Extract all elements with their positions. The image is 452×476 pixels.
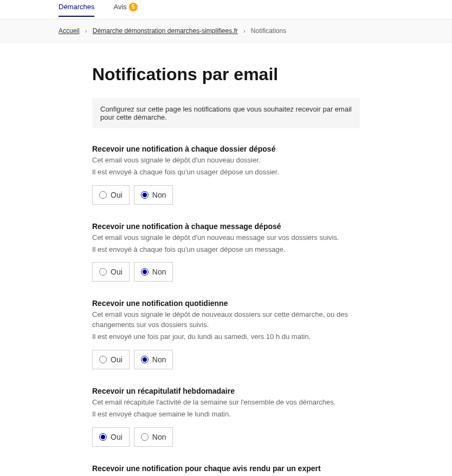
radio-label-oui: Oui [111, 268, 122, 276]
tab-demarches-label: Démarches [59, 3, 94, 11]
breadcrumb: Accueil › Démarche démonstration demarch… [0, 19, 452, 43]
field-group: Recevoir une notification quotidienneCet… [92, 299, 360, 369]
tab-demarches[interactable]: Démarches [59, 3, 94, 16]
field-title: Recevoir une notification quotidienne [92, 299, 360, 308]
chevron-right-icon: › [85, 28, 87, 34]
radio-label-oui: Oui [111, 355, 122, 364]
field-title: Recevoir une notification à chaque messa… [92, 222, 360, 231]
field-group: Recevoir une notification à chaque dossi… [92, 145, 360, 205]
chevron-right-icon: › [243, 28, 245, 34]
tab-avis[interactable]: Avis 5 [113, 3, 137, 17]
radio-oui[interactable] [99, 433, 107, 441]
field-desc: Il est envoyé une fois par jour, du lund… [92, 332, 360, 342]
field-desc: Cet email vous signale le dépôt d'un nou… [92, 155, 360, 166]
field-desc: Il est envoyé à chaque fois qu'un usager… [92, 245, 360, 255]
field-title: Recevoir un récapitulatif hebdomadaire [92, 387, 360, 395]
radio-non[interactable] [141, 268, 148, 276]
field-desc: Il est envoyé chaque semaine le lundi ma… [92, 409, 360, 420]
avis-badge: 5 [129, 3, 138, 11]
radio-option-non[interactable]: Non [134, 262, 173, 282]
page-title: Notifications par email [92, 64, 360, 84]
radio-row: OuiNon [92, 350, 360, 369]
breadcrumb-demarche[interactable]: Démarche démonstration demarches-simplif… [93, 27, 238, 35]
radio-label-oui: Oui [111, 433, 122, 441]
radio-label-non: Non [152, 433, 166, 441]
content: Notifications par email Configurez sur c… [0, 43, 452, 476]
radio-option-non[interactable]: Non [134, 350, 173, 369]
radio-non[interactable] [141, 191, 148, 199]
radio-label-oui: Oui [111, 191, 122, 199]
field-title: Recevoir une notification à chaque dossi… [92, 145, 360, 153]
field-title: Recevoir une notification pour chaque av… [92, 464, 360, 473]
breadcrumb-current: Notifications [251, 27, 286, 35]
radio-row: OuiNon [92, 262, 360, 282]
field-desc: Il est envoyé à chaque fois qu'un usager… [92, 167, 360, 178]
radio-label-non: Non [152, 191, 166, 199]
radio-option-oui[interactable]: Oui [92, 185, 130, 205]
field-desc: Cet email vous signale le dépôt de nouve… [92, 310, 360, 330]
radio-oui[interactable] [99, 191, 107, 199]
field-desc: Cet email vous signale le dépôt d'un nou… [92, 233, 360, 243]
radio-option-oui[interactable]: Oui [92, 350, 130, 369]
tabs-bar: Démarches Avis 5 [0, 0, 452, 19]
radio-option-non[interactable]: Non [134, 427, 173, 447]
radio-option-non[interactable]: Non [134, 185, 173, 205]
radio-oui[interactable] [99, 268, 107, 276]
radio-label-non: Non [152, 268, 166, 276]
tab-avis-label: Avis [113, 3, 126, 11]
radio-oui[interactable] [99, 356, 107, 363]
radio-label-non: Non [152, 355, 166, 364]
radio-row: OuiNon [92, 185, 360, 205]
intro-text: Configurez sur cette page les notificati… [92, 98, 360, 128]
field-group: Recevoir une notification à chaque messa… [92, 222, 360, 282]
radio-option-oui[interactable]: Oui [92, 427, 130, 447]
radio-non[interactable] [141, 356, 148, 363]
radio-option-oui[interactable]: Oui [92, 262, 130, 282]
radio-non[interactable] [141, 433, 148, 441]
field-group: Recevoir une notification pour chaque av… [92, 464, 360, 476]
breadcrumb-accueil[interactable]: Accueil [59, 27, 80, 35]
field-group: Recevoir un récapitulatif hebdomadaireCe… [92, 387, 360, 447]
field-desc: Cet email récapitule l'activité de la se… [92, 397, 360, 408]
radio-row: OuiNon [92, 427, 360, 447]
groups-container: Recevoir une notification à chaque dossi… [92, 145, 360, 476]
